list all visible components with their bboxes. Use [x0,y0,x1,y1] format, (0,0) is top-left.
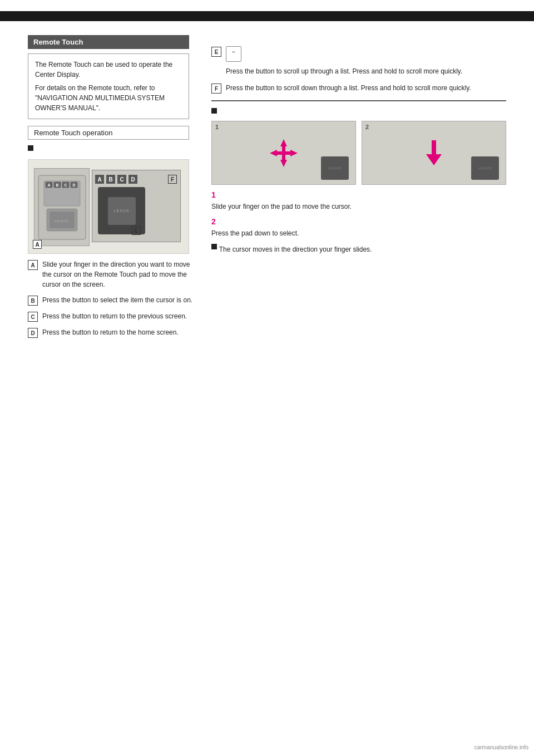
bullet-diagram [28,145,195,156]
watermark: carmanualsonline.info [474,744,528,750]
left-column: Remote Touch The Remote Touch can be use… [28,35,195,343]
step-1-text: Slide your finger on the pad to move the… [211,202,506,212]
label-c-box: C [117,175,126,184]
label-e-right: E [211,47,221,57]
down-arrow-container: LEXUS [362,121,506,184]
ef-item-e: E ⌃ Press the button to scroll up throug… [211,46,506,76]
svg-marker-22 [426,154,442,165]
down-arrow-svg [423,138,445,168]
right-column: E ⌃ Press the button to scroll up throug… [211,35,506,343]
info-box: The Remote Touch can be used to operate … [28,53,189,119]
svg-text:A: A [47,183,50,187]
touchpad-center: LEXUS [108,197,136,225]
label-a-box: A [95,175,104,184]
step-2: 2 Press the pad down to select. [211,217,506,238]
text-e-desc: Press the button to scroll up through a … [226,66,462,76]
svg-rect-20 [284,151,290,155]
device-detail-diagram: A B C D F LEXUS E [92,170,181,242]
e-content: ⌃ Press the button to scroll up through … [226,46,462,76]
bullet-slide-icon [211,108,217,114]
subsection-header-operation: Remote Touch operation [28,126,189,140]
svg-text:B: B [56,183,58,187]
cross-arrow-container: LEXUS [212,121,355,184]
svg-text:C: C [64,183,67,187]
note-text: The cursor moves in the direction your f… [219,246,372,253]
desc-item-d: D Press the button to return to the home… [28,327,195,338]
cross-arrow-svg [267,136,300,170]
slide-image-1: 1 [211,121,356,185]
svg-text:LEXUS: LEXUS [55,219,68,223]
page: Remote Touch The Remote Touch can be use… [0,0,534,756]
step-1: 1 Slide your finger on the pad to move t… [211,190,506,212]
car-interior-svg: LEXUS A B C D [36,170,88,245]
slide-images-row: 1 [211,121,506,185]
label-d-desc: D [28,328,38,338]
info-line-2: For details on the Remote touch, refer t… [35,83,182,113]
text-f-desc: Press the button to scroll down through … [226,83,506,93]
note-section: The cursor moves in the direction your f… [211,244,506,254]
text-b-desc: Press the button to select the item the … [42,295,195,305]
svg-text:D: D [72,183,75,187]
chevron-up-button: ⌃ [226,46,462,62]
bullet-note-icon [211,244,217,249]
svg-marker-19 [290,150,298,156]
step-2-text: Press the pad down to select. [211,228,506,238]
label-f-right: F [211,84,221,94]
section-header-remote-touch: Remote Touch [28,35,189,49]
bullet-slide [211,108,506,117]
ef-item-f: F Press the button to scroll down throug… [211,83,506,94]
diagram-top-labels: A B C D [95,175,137,184]
text-c-desc: Press the button to return to the previo… [42,311,195,321]
desc-item-c: C Press the button to return to the prev… [28,311,195,322]
label-c-desc: C [28,312,38,322]
car-interior-sketch: LEXUS A B C D [34,168,90,246]
desc-item-a: A Slide your finger in the direction you… [28,259,195,289]
label-b-box: B [106,175,115,184]
main-layout: Remote Touch The Remote Touch can be use… [0,27,534,352]
chevron-up-icon: ⌃ [226,46,241,62]
lexus-label-small-2: LEXUS [478,166,492,170]
text-a-desc: Slide your finger in the direction you w… [42,259,195,289]
info-line-1: The Remote Touch can be used to operate … [35,60,182,80]
desc-item-b: B Press the button to select the item th… [28,295,195,306]
divider-line [211,100,506,101]
label-e-diagram: E [132,226,141,235]
text-d-desc: Press the button to return to the home s… [42,327,195,337]
step-1-number: 1 [211,190,506,199]
top-bar [0,11,534,21]
touchpad-small-2: LEXUS [471,156,499,180]
label-b-desc: B [28,296,38,306]
label-a-bottom: A [33,240,42,249]
section-header-text: Remote Touch [33,38,83,46]
svg-marker-17 [270,150,277,156]
slide-image-2: 2 LEXUS [362,121,506,185]
svg-marker-15 [280,160,287,167]
step-2-number: 2 [211,217,506,226]
label-a-desc: A [28,260,38,270]
label-d-box: D [128,175,137,184]
svg-rect-18 [277,151,284,155]
svg-marker-13 [280,139,287,146]
touchpad-small-1: LEXUS [321,156,349,180]
label-f-diagram: F [168,175,177,184]
diagram-container: LEXUS A B C D [28,159,189,254]
lexus-label-small: LEXUS [328,166,342,170]
lexus-logo-text: LEXUS [114,209,130,213]
operation-header-text: Remote Touch operation [34,129,112,137]
bullet-square-icon [28,145,33,151]
